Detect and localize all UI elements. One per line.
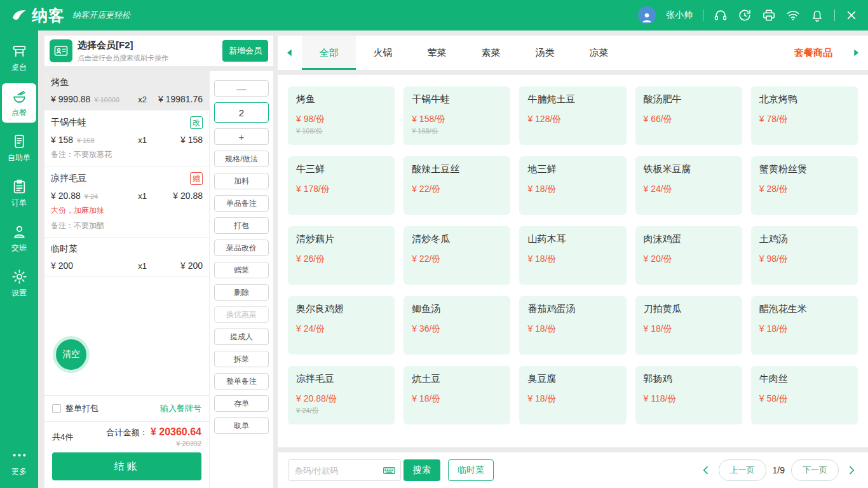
product-card[interactable]: 酸辣土豆丝 ¥ 22/份 <box>403 156 510 215</box>
product-card[interactable]: 臭豆腐 ¥ 18/份 <box>519 366 626 424</box>
chevron-left-icon[interactable] <box>700 464 712 477</box>
order-item-total: ¥ 19981.76 <box>147 94 203 104</box>
sidebar-item[interactable]: 点餐 <box>2 83 36 123</box>
action-button[interactable]: 赠菜 <box>214 262 269 278</box>
product-card[interactable]: 土鸡汤 ¥ 98/份 <box>751 226 858 285</box>
product-card[interactable]: 牛三鲜 ¥ 178/份 <box>288 156 395 215</box>
prev-page-button[interactable]: 上一页 <box>719 459 766 481</box>
close-icon[interactable] <box>845 9 858 22</box>
user-avatar[interactable] <box>638 6 656 24</box>
product-card[interactable]: 牛肉丝 ¥ 58/份 <box>751 366 858 424</box>
dish-icon <box>11 88 27 104</box>
product-price: ¥ 18/份 <box>527 323 618 335</box>
product-card[interactable]: 地三鲜 ¥ 18/份 <box>519 156 626 215</box>
action-button[interactable]: 打包 <box>214 217 269 234</box>
category-tab[interactable]: 荤菜 <box>410 36 464 70</box>
category-tab[interactable]: 全部 <box>302 36 356 70</box>
product-name: 酸汤肥牛 <box>644 93 734 105</box>
product-card[interactable]: 番茄鸡蛋汤 ¥ 18/份 <box>519 296 626 355</box>
order-item[interactable]: 凉拌毛豆 赠 ¥ 20.88 ¥ 24 x1 ¥ 20.88 大份，加麻加辣 <box>44 166 209 238</box>
product-card[interactable]: 鲫鱼汤 ¥ 36/份 <box>403 296 510 355</box>
product-card[interactable]: 醋泡花生米 ¥ 18/份 <box>751 296 858 355</box>
action-button[interactable]: 提成人 <box>214 329 269 345</box>
product-original-price: ¥ 168/份 <box>412 126 502 136</box>
product-card[interactable]: 郭扬鸡 ¥ 118/份 <box>635 366 742 424</box>
order-item[interactable]: 烤鱼 ¥ 9990.88 ¥ 10000 x2 ¥ 19981.76 <box>44 71 209 111</box>
next-page-button[interactable]: 下一页 <box>791 459 839 481</box>
total-label: 合计金额： <box>106 428 147 437</box>
product-card[interactable]: 蟹黄粉丝煲 ¥ 28/份 <box>751 156 858 215</box>
tabs-scroll-right-icon[interactable] <box>844 36 868 70</box>
product-price: ¥ 78/份 <box>759 114 850 125</box>
pack-row: 整单打包 输入餐牌号 <box>44 395 209 421</box>
sidebar-item-more[interactable]: 更多 <box>2 442 36 482</box>
action-button[interactable]: 删除 <box>214 284 269 301</box>
qty-decrease-button[interactable]: — <box>214 80 269 97</box>
product-card[interactable]: 烤鱼 ¥ 98/份 ¥ 108/份 <box>288 86 395 145</box>
add-member-button[interactable]: 新增会员 <box>222 40 268 62</box>
order-item-price: ¥ 20.88 <box>51 191 81 201</box>
category-tab[interactable]: 素菜 <box>464 36 518 70</box>
action-button[interactable]: 单品备注 <box>214 195 269 212</box>
product-name: 清炒藕片 <box>296 233 386 245</box>
action-button[interactable]: 菜品改价 <box>214 240 269 256</box>
product-card[interactable]: 山药木耳 ¥ 18/份 <box>519 226 626 285</box>
pack-whole-order-checkbox[interactable] <box>52 404 61 413</box>
sync-icon[interactable] <box>738 8 752 22</box>
user-name[interactable]: 张小帅 <box>666 10 693 21</box>
order-item-tag[interactable]: 改 <box>190 116 203 129</box>
product-card[interactable]: 炕土豆 ¥ 18/份 <box>403 366 510 424</box>
product-card[interactable]: 凉拌毛豆 ¥ 20.88/份 ¥ 24/份 <box>288 366 395 424</box>
action-button[interactable]: 拆菜 <box>214 351 269 367</box>
product-card[interactable]: 刀拍黄瓜 ¥ 18/份 <box>635 296 742 355</box>
sidebar-item[interactable]: 自助单 <box>2 128 36 168</box>
combo-products-tab[interactable]: 套餐商品 <box>783 36 844 70</box>
action-button[interactable]: 规格/做法 <box>214 151 269 167</box>
chevron-right-icon[interactable] <box>845 464 858 477</box>
action-button[interactable]: 存单 <box>214 395 269 412</box>
product-name: 山药木耳 <box>527 233 618 245</box>
product-name: 炕土豆 <box>412 373 502 385</box>
action-button[interactable]: 整单备注 <box>214 373 269 390</box>
product-price: ¥ 158/份 <box>412 114 502 125</box>
search-button[interactable]: 搜索 <box>403 459 440 481</box>
category-tab[interactable]: 凉菜 <box>572 36 626 70</box>
bell-icon[interactable] <box>810 8 824 22</box>
product-card[interactable]: 北京烤鸭 ¥ 78/份 <box>751 86 858 145</box>
product-card[interactable]: 牛腩炖土豆 ¥ 128/份 <box>519 86 626 145</box>
product-card[interactable]: 干锅牛蛙 ¥ 158/份 ¥ 168/份 <box>403 86 510 145</box>
action-button[interactable]: 加料 <box>214 173 269 189</box>
product-card[interactable]: 奥尔良鸡翅 ¥ 24/份 <box>288 296 395 355</box>
sidebar-item[interactable]: 桌台 <box>2 38 36 78</box>
table-icon <box>11 43 27 59</box>
tabs-scroll-left-icon[interactable] <box>278 36 302 70</box>
product-card[interactable]: 清炒藕片 ¥ 26/份 <box>288 226 395 285</box>
wifi-icon[interactable] <box>786 8 800 22</box>
product-card[interactable]: 铁板米豆腐 ¥ 24/份 <box>635 156 742 215</box>
member-title: 选择会员[F2] <box>78 39 168 51</box>
checkout-button[interactable]: 结账 <box>52 452 201 480</box>
action-button[interactable]: 取单 <box>214 417 269 434</box>
order-item[interactable]: 干锅牛蛙 改 ¥ 158 ¥ 168 x1 ¥ 158 <box>44 111 209 166</box>
printer-icon[interactable] <box>762 8 776 22</box>
sidebar-item[interactable]: 交班 <box>2 219 36 258</box>
category-tab[interactable]: 汤类 <box>518 36 572 70</box>
sidebar-item[interactable]: 订单 <box>2 173 36 213</box>
keyboard-icon[interactable] <box>383 464 396 477</box>
enter-table-number-link[interactable]: 输入餐牌号 <box>160 403 201 414</box>
member-select-card[interactable]: 选择会员[F2] 点击进行会员搜索或刷卡操作 新增会员 <box>44 36 273 66</box>
product-card[interactable]: 清炒冬瓜 ¥ 22/份 <box>403 226 510 285</box>
headset-icon[interactable] <box>714 8 728 22</box>
temp-dish-button[interactable]: 临时菜 <box>448 459 494 481</box>
clear-order-button[interactable]: 清空 <box>56 339 86 370</box>
sidebar-item[interactable]: 设置 <box>2 264 36 303</box>
product-card[interactable]: 肉沫鸡蛋 ¥ 20/份 <box>635 226 742 285</box>
qty-increase-button[interactable]: + <box>214 128 269 145</box>
qty-value[interactable]: 2 <box>214 102 269 123</box>
product-name: 蟹黄粉丝煲 <box>759 163 850 175</box>
order-item-tag[interactable]: 赠 <box>190 172 203 185</box>
order-item[interactable]: 临时菜 ¥ 200 x1 ¥ 200 <box>44 238 209 277</box>
product-card[interactable]: 酸汤肥牛 ¥ 66/份 <box>635 86 742 145</box>
action-button[interactable]: 换优惠菜 <box>214 306 269 323</box>
category-tab[interactable]: 火锅 <box>356 36 410 70</box>
